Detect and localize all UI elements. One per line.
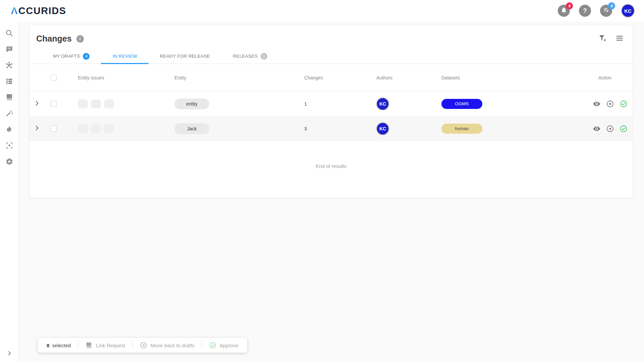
add-filter-button[interactable]: [598, 34, 607, 44]
column-header-entity: Entity: [169, 75, 299, 80]
link-request-label: Link Request: [96, 343, 125, 348]
user-avatar[interactable]: KC: [621, 4, 635, 17]
chevron-right-icon: [6, 350, 12, 358]
my-drafts-button[interactable]: 4: [600, 5, 612, 17]
row-actions: [587, 100, 633, 108]
column-header-datasets: Datasets: [436, 75, 587, 80]
entity-chip: entity: [174, 99, 209, 109]
page-title-row: Changes i: [36, 34, 84, 44]
sidebar-item-datasets[interactable]: [2, 74, 17, 90]
logo-accent: Λ: [11, 5, 18, 16]
page-title: Changes: [36, 34, 72, 44]
row-checkbox[interactable]: [51, 126, 57, 132]
divider: [78, 341, 78, 349]
row-expand-button[interactable]: [34, 100, 40, 108]
view-eye-icon[interactable]: [593, 125, 601, 133]
sidebar-item-activity[interactable]: [2, 122, 17, 138]
issue-placeholder: [91, 100, 101, 108]
table-menu-button[interactable]: [615, 34, 624, 44]
changes-count: 3: [299, 126, 371, 131]
dataset-pill: human: [441, 124, 482, 134]
panel-header: Changes i: [30, 25, 633, 44]
tab-in-review[interactable]: IN REVIEW: [101, 49, 148, 64]
author-avatar: KC: [376, 122, 389, 135]
move-back-label: Move back to drafts: [151, 343, 195, 348]
tab-badge: 4: [83, 53, 90, 60]
table-row: Jack 3 KC human: [30, 116, 633, 141]
table-row: entity 1 KC OGMS: [30, 92, 633, 116]
tab-label: MY DRAFTS: [53, 54, 80, 59]
gear-icon: [5, 158, 13, 167]
select-all-checkbox[interactable]: [51, 75, 57, 81]
accurids-logo[interactable]: ΛCCURIDS: [11, 5, 66, 16]
tab-label: READY FOR RELEASE: [160, 54, 210, 59]
approve-check-icon: [209, 342, 216, 349]
dataset-list-icon: [5, 77, 13, 86]
sidebar-item-settings[interactable]: [2, 154, 17, 170]
selection-action-bar: 0 selected Link Request Move back to dra…: [38, 338, 247, 353]
info-icon[interactable]: i: [76, 35, 84, 43]
topbar-actions: 4 ? 4 KC: [558, 4, 635, 17]
move-back-icon[interactable]: [606, 100, 614, 108]
approve-check-icon[interactable]: [620, 125, 628, 133]
view-eye-icon[interactable]: [593, 100, 601, 108]
sidebar-item-focus[interactable]: [2, 138, 17, 154]
tab-bar: MY DRAFTS 4 IN REVIEW READY FOR RELEASE …: [30, 49, 633, 64]
approve-button[interactable]: Approve: [209, 342, 238, 349]
issue-placeholder: [91, 124, 101, 133]
selection-count-value: 0: [47, 343, 49, 348]
chevron-right-icon: [34, 125, 40, 132]
tab-releases[interactable]: RELEASES 1: [221, 49, 279, 64]
move-back-to-drafts-button[interactable]: Move back to drafts: [140, 342, 195, 349]
notifications-button[interactable]: 4: [558, 5, 570, 17]
entity-issues-placeholders: [63, 124, 169, 133]
divider: [132, 341, 133, 349]
approve-label: Approve: [220, 343, 238, 348]
sidebar-item-search[interactable]: [2, 25, 17, 42]
top-bar: ΛCCURIDS 4 ? 4 KC: [0, 0, 644, 21]
focus-center-icon: [5, 141, 13, 151]
question-mark-icon: ?: [583, 7, 587, 14]
author-avatar: KC: [376, 98, 389, 110]
flame-icon: [5, 125, 13, 135]
sidebar-item-dictionary[interactable]: [2, 90, 17, 106]
issue-placeholder: [104, 100, 114, 108]
column-header-changes: Changes: [299, 75, 371, 80]
hamburger-menu-icon: [615, 34, 624, 44]
filter-plus-icon: [598, 34, 607, 44]
left-sidebar: [0, 21, 19, 362]
row-actions: [587, 125, 633, 133]
divider: [202, 341, 202, 349]
tab-my-drafts[interactable]: MY DRAFTS 4: [42, 49, 101, 64]
panel-actions: [598, 34, 624, 44]
tab-label: IN REVIEW: [112, 54, 137, 59]
row-checkbox[interactable]: [51, 101, 57, 107]
entity-chip: Jack: [174, 123, 209, 134]
sidebar-item-graph[interactable]: [2, 58, 17, 74]
tab-badge: 1: [261, 53, 267, 60]
sidebar-expand-button[interactable]: [0, 349, 19, 359]
changes-panel: Changes i MY DRAFTS 4 IN REVIEW READY: [30, 25, 633, 198]
issue-placeholder: [78, 124, 88, 133]
changes-count: 1: [299, 101, 371, 107]
link-request-book-icon: [85, 342, 93, 349]
dataset-pill: OGMS: [441, 99, 482, 109]
sidebar-item-comments[interactable]: [2, 42, 17, 58]
magic-wand-icon: [5, 109, 13, 119]
help-button[interactable]: ?: [579, 5, 591, 17]
sidebar-item-wand[interactable]: [2, 106, 17, 122]
my-drafts-badge: 4: [608, 2, 615, 9]
link-request-button[interactable]: Link Request: [85, 342, 125, 349]
column-header-entity-issues: Entity issues: [63, 75, 169, 80]
move-back-icon[interactable]: [606, 125, 614, 133]
move-back-icon: [140, 342, 147, 349]
approve-check-icon[interactable]: [620, 100, 628, 108]
graph-network-icon: [5, 61, 13, 71]
comments-icon: [5, 45, 13, 54]
row-expand-button[interactable]: [34, 125, 40, 132]
end-of-results-text: End of results: [30, 141, 633, 169]
issue-placeholder: [104, 124, 114, 133]
column-header-action: Action: [587, 75, 633, 80]
table-header-row: Entity issues Entity Changes Authors Dat…: [30, 64, 633, 92]
tab-ready-for-release[interactable]: READY FOR RELEASE: [149, 49, 222, 64]
